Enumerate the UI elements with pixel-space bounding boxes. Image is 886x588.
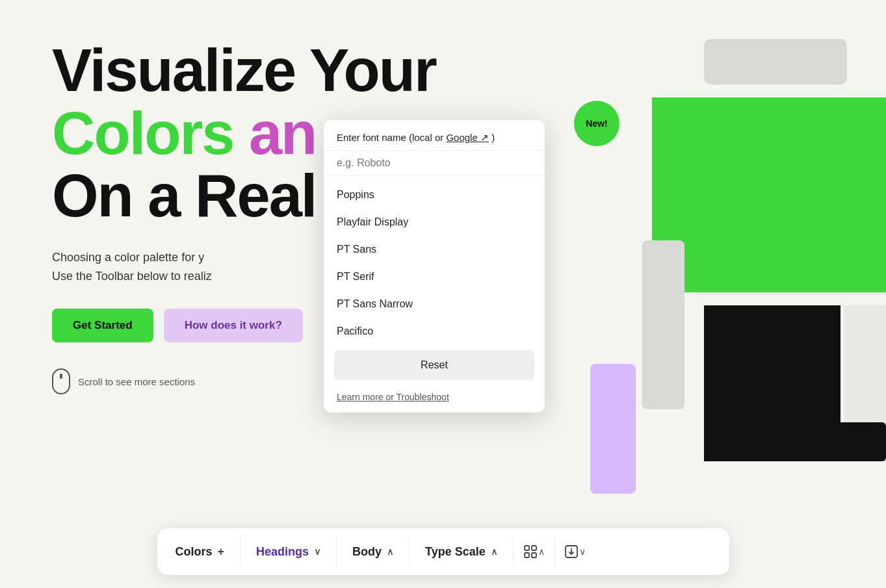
toolbar-colors[interactable]: Colors +	[163, 528, 238, 575]
toolbar-divider-5	[554, 536, 554, 567]
hero-subtitle-line1: Choosing a color palette for y	[52, 251, 204, 264]
hero-title-and: an	[249, 100, 316, 166]
toolbar-download-button[interactable]: ∨	[557, 528, 592, 575]
toolbar-divider-4	[513, 536, 514, 567]
chevron-up-icon-grid: ∧	[538, 546, 545, 557]
google-link[interactable]: Google ↗	[446, 132, 489, 143]
toolbar-type-scale[interactable]: Type Scale ∧	[412, 528, 510, 575]
toolbar-type-scale-label: Type Scale	[425, 545, 486, 559]
svg-rect-0	[525, 546, 529, 550]
get-started-button[interactable]: Get Started	[52, 309, 153, 342]
toolbar-divider-2	[336, 536, 337, 567]
font-learn-link[interactable]: Learn more or Troubleshoot	[324, 385, 545, 413]
chevron-down-icon: ∨	[314, 546, 320, 557]
how-it-works-button[interactable]: How does it work?	[164, 309, 303, 342]
toolbar-headings[interactable]: Headings ∨	[243, 528, 333, 575]
color-block-black-bottom	[801, 422, 886, 461]
new-badge: New!	[574, 101, 619, 146]
font-option-pt-sans[interactable]: PT Sans	[324, 236, 545, 263]
toolbar-divider-3	[409, 536, 410, 567]
svg-rect-2	[525, 553, 529, 557]
hero-subtitle-line2: Use the Toolbar below to realiz	[52, 270, 212, 283]
font-list[interactable]: Poppins Playfair Display PT Sans PT Seri…	[324, 176, 545, 345]
font-dropdown-header-text: Enter font name (local or Google ↗ )	[337, 132, 495, 143]
svg-rect-3	[532, 553, 536, 557]
chevron-up-icon-type: ∧	[491, 546, 497, 557]
download-icon	[564, 544, 579, 559]
toolbar-grid-button[interactable]: ∧	[516, 528, 551, 575]
toolbar-colors-label: Colors	[176, 545, 213, 559]
font-dropdown-header: Enter font name (local or Google ↗ )	[324, 120, 545, 151]
font-option-pt-serif[interactable]: PT Serif	[324, 263, 545, 290]
font-reset-button[interactable]: Reset	[334, 350, 534, 380]
color-block-gray-tall	[642, 240, 684, 409]
color-block-gray-light	[704, 39, 847, 84]
svg-rect-1	[532, 546, 536, 550]
font-search-area[interactable]	[324, 151, 545, 176]
grid-icon	[523, 544, 538, 559]
color-block-purple-tall	[590, 364, 636, 494]
plus-icon: +	[218, 545, 225, 559]
mouse-icon	[52, 368, 70, 394]
toolbar-headings-label: Headings	[256, 545, 309, 559]
color-blocks	[652, 39, 886, 481]
font-dropdown[interactable]: Enter font name (local or Google ↗ ) Pop…	[324, 120, 545, 413]
chevron-up-icon-body: ∧	[387, 546, 393, 557]
toolbar-divider-1	[240, 536, 241, 567]
chevron-down-icon-download: ∨	[579, 546, 586, 557]
font-option-pt-sans-narrow[interactable]: PT Sans Narrow	[324, 290, 545, 318]
font-option-poppins[interactable]: Poppins	[324, 181, 545, 209]
scroll-hint-text: Scroll to see more sections	[78, 376, 195, 387]
font-option-playfair[interactable]: Playfair Display	[324, 209, 545, 236]
hero-title-colors: Colors	[52, 100, 233, 166]
font-option-pacifico[interactable]: Pacifico	[324, 318, 545, 345]
toolbar: Colors + Headings ∨ Body ∧ Type Scale ∧ …	[157, 528, 729, 575]
toolbar-body-label: Body	[352, 545, 382, 559]
mouse-dot	[60, 374, 62, 379]
hero-subtitle: Choosing a color palette for y Use the T…	[52, 248, 364, 286]
toolbar-body[interactable]: Body ∧	[339, 528, 406, 575]
color-block-green-large	[652, 97, 886, 292]
font-search-input[interactable]	[337, 157, 532, 169]
